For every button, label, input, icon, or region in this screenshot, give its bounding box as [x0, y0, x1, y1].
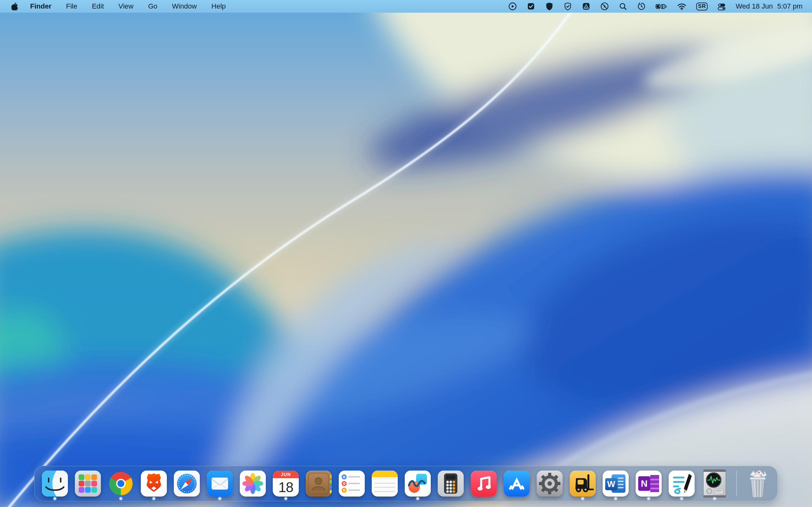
menu-item-edit[interactable]: Edit	[85, 0, 111, 13]
menu-item-finder[interactable]: Finder	[24, 0, 59, 13]
dock-app-launchpad[interactable]	[71, 466, 104, 501]
dock-app-brave[interactable]	[137, 466, 170, 501]
forklift-icon	[570, 470, 596, 497]
apple-menu[interactable]	[11, 3, 24, 10]
menu-bar: Finder File Edit View Go Window Help	[0, 0, 812, 13]
dock-app-reminders[interactable]	[335, 466, 368, 501]
running-indicator	[119, 497, 122, 500]
clock-date: Wed 18 Jun	[735, 2, 773, 10]
dock-app-drivedx[interactable]	[698, 466, 731, 501]
app-store-icon	[504, 470, 530, 497]
dock-app-music[interactable]	[467, 466, 500, 501]
dock-app-photos[interactable]	[236, 466, 269, 501]
spotlight-search-icon[interactable]	[618, 0, 627, 13]
notes-icon	[372, 470, 398, 497]
time-machine-icon[interactable]	[637, 0, 646, 13]
music-icon	[471, 470, 497, 497]
dock-app-freeform[interactable]	[401, 466, 434, 501]
dock-app-nebo[interactable]	[665, 466, 698, 501]
dock-app-calendar[interactable]: JUN 18	[269, 466, 302, 501]
menu-bar-status: SR Wed 18 Jun 5:07 pm	[508, 0, 803, 13]
menu-bar-clock[interactable]: Wed 18 Jun 5:07 pm	[735, 2, 803, 10]
running-indicator	[54, 497, 56, 500]
onenote-letter: N	[638, 476, 650, 491]
wifi-icon[interactable]	[677, 0, 687, 13]
reminders-icon	[339, 470, 365, 497]
input-source-badge[interactable]: SR	[696, 3, 708, 10]
dock-app-mail[interactable]	[203, 466, 236, 501]
calculator-icon	[438, 470, 464, 497]
calendar-month-band: JUN	[273, 470, 299, 478]
dock-app-system-settings[interactable]	[533, 466, 566, 501]
dock-app-notes[interactable]	[368, 466, 401, 501]
dock-divider	[736, 471, 737, 496]
menu-item-go[interactable]: Go	[141, 0, 165, 13]
finder-icon	[42, 470, 68, 497]
dock-app-word[interactable]: W	[599, 466, 632, 501]
control-center-icon[interactable]	[717, 0, 726, 13]
freeform-icon	[405, 470, 431, 497]
word-letter: W	[605, 478, 617, 490]
running-indicator	[713, 497, 716, 500]
apple-logo-icon	[11, 3, 18, 10]
menu-bar-left: Finder File Edit View Go Window Help	[11, 0, 233, 13]
menu-item-help[interactable]: Help	[204, 0, 233, 13]
photos-icon	[240, 470, 266, 497]
running-indicator	[614, 497, 617, 500]
menu-item-file[interactable]: File	[59, 0, 84, 13]
word-icon: W	[603, 470, 629, 497]
dock-app-contacts[interactable]	[302, 466, 335, 501]
dock-app-finder[interactable]	[38, 466, 71, 501]
running-indicator	[416, 497, 419, 500]
running-indicator	[285, 497, 287, 500]
play-circle-icon[interactable]	[508, 0, 517, 13]
shield-filled-icon[interactable]	[545, 0, 554, 13]
triangle-alert-icon[interactable]	[582, 0, 591, 13]
dock-trash[interactable]	[742, 466, 774, 501]
running-indicator	[647, 497, 650, 500]
dock: JUN 18	[34, 466, 778, 501]
calendar-icon: JUN 18	[273, 470, 299, 497]
desktop-wallpaper[interactable]	[0, 0, 812, 507]
menu-item-view[interactable]: View	[111, 0, 141, 13]
dock-app-chrome[interactable]	[104, 466, 137, 501]
mail-icon	[207, 470, 233, 497]
menu-item-window[interactable]: Window	[165, 0, 204, 13]
brave-icon	[141, 470, 167, 497]
dock-app-onenote[interactable]: N	[632, 466, 665, 501]
dock-app-calculator[interactable]	[434, 466, 467, 501]
launchpad-icon	[75, 470, 101, 497]
task-checkbox-icon[interactable]	[526, 0, 536, 13]
system-settings-icon	[537, 470, 563, 497]
running-indicator	[153, 497, 155, 500]
bolt-slash-icon[interactable]	[600, 0, 609, 13]
desktop: { "menu_bar": { "items": ["Finder", "Fil…	[0, 0, 812, 507]
running-indicator	[218, 497, 221, 500]
safari-icon	[174, 470, 200, 497]
dock-app-app-store[interactable]	[500, 466, 533, 501]
contacts-icon	[306, 470, 332, 497]
dock-app-forklift[interactable]	[566, 466, 599, 501]
running-indicator	[680, 497, 683, 500]
chrome-icon	[108, 470, 134, 497]
shield-check-icon[interactable]	[563, 0, 572, 13]
onenote-icon: N	[636, 470, 662, 497]
battery-charging-icon[interactable]	[655, 0, 667, 13]
dock-app-safari[interactable]	[170, 466, 203, 501]
running-indicator	[581, 497, 584, 500]
drivedx-disk-icon	[703, 469, 726, 498]
clock-time: 5:07 pm	[777, 2, 803, 10]
trash-full-icon	[744, 469, 772, 498]
nebo-pen-icon	[669, 470, 695, 497]
calendar-day: 18	[273, 478, 299, 497]
